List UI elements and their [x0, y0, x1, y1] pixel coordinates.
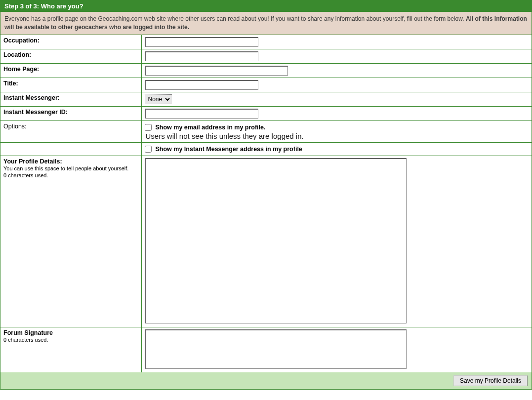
label-show-im: Show my Instant Messenger address in my …	[156, 146, 302, 153]
label-show-email: Show my email address in my profile.	[156, 124, 266, 131]
label-empty	[0, 142, 141, 156]
form-table: Occupation: Location: Home Page: Title: …	[0, 35, 532, 372]
profile-form: Step 3 of 3: Who are you? Everyone has a…	[0, 0, 532, 390]
input-title[interactable]	[145, 80, 258, 90]
footer: Save my Profile Details	[0, 372, 532, 389]
intro-body: Everyone has a profile page on the Geoca…	[4, 15, 466, 22]
label-im: Instant Messenger:	[0, 92, 141, 106]
label-details: Your Profile Details: You can use this s…	[0, 156, 141, 327]
textarea-details[interactable]	[145, 158, 407, 323]
label-options: Options:	[0, 120, 141, 142]
label-location: Location:	[0, 49, 141, 63]
label-title: Title:	[0, 78, 141, 92]
save-button[interactable]: Save my Profile Details	[453, 375, 528, 386]
textarea-sig[interactable]	[145, 329, 407, 369]
label-imid: Instant Messenger ID:	[0, 106, 141, 120]
step-header: Step 3 of 3: Who are you?	[0, 0, 532, 12]
input-location[interactable]	[145, 51, 258, 61]
label-sig-sub: 0 characters used.	[3, 336, 138, 343]
label-sig: Forum Signature 0 characters used.	[0, 327, 141, 372]
label-homepage: Home Page:	[0, 63, 141, 78]
label-sig-title: Forum Signature	[3, 329, 53, 336]
label-occupation: Occupation:	[0, 35, 141, 49]
label-details-sub1: You can use this space to tell people ab…	[3, 165, 138, 172]
label-details-title: Your Profile Details:	[3, 158, 62, 165]
input-homepage[interactable]	[145, 66, 288, 76]
label-details-sub2: 0 characters used.	[3, 172, 138, 179]
checkbox-show-email[interactable]	[145, 124, 152, 131]
input-occupation[interactable]	[145, 37, 258, 47]
note-show-email: Users will not see this unless they are …	[146, 132, 529, 140]
select-im[interactable]: None	[145, 94, 172, 104]
input-imid[interactable]	[145, 109, 258, 119]
checkbox-show-im[interactable]	[145, 146, 152, 153]
intro-text: Everyone has a profile page on the Geoca…	[0, 12, 532, 35]
